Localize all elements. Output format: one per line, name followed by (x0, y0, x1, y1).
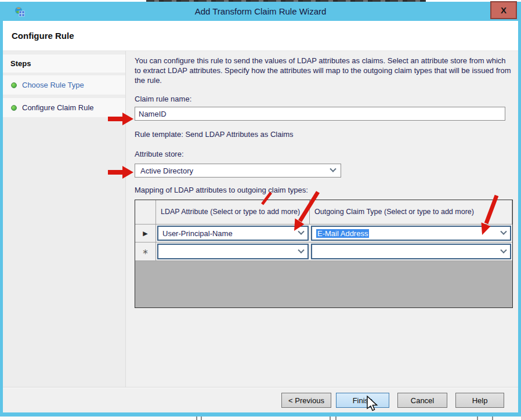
table-cell (156, 242, 310, 261)
ldap-attribute-combo-row2[interactable] (157, 244, 309, 259)
rule-template-text: Rule template: Send LDAP Attributes as C… (135, 130, 518, 139)
row-header-current-row[interactable]: ▶ (135, 225, 156, 242)
step-label: Choose Rule Type (22, 81, 84, 89)
finish-button[interactable]: Finish (336, 393, 389, 408)
step-label: Configure Claim Rule (22, 103, 94, 112)
claim-rule-name-label: Claim rule name: (135, 95, 518, 104)
table-cell: E-Mail Address (310, 225, 512, 242)
adfs-app-icon (15, 6, 25, 17)
help-button[interactable]: Help (455, 393, 504, 408)
steps-sidebar: Steps Choose Rule Type Configure Claim R… (3, 51, 126, 387)
attribute-store-label: Attribute store: (135, 150, 518, 159)
ldap-attribute-combo-row1[interactable]: User-Principal-Name (157, 226, 309, 241)
titlebar[interactable]: Add Transform Claim Rule Wizard X (3, 2, 518, 21)
column-header-outgoing-claim-type: Outgoing Claim Type (Select or type to a… (310, 200, 512, 225)
claim-rule-name-input[interactable] (135, 107, 505, 121)
page-heading-strip: Configure Rule (3, 21, 518, 51)
page-title: Configure Rule (12, 31, 74, 41)
chevron-down-icon[interactable] (500, 229, 506, 235)
outgoing-claim-type-combo-row1[interactable]: E-Mail Address (311, 226, 511, 241)
steps-heading: Steps (3, 55, 125, 73)
table-cell (310, 242, 512, 261)
chevron-down-icon[interactable] (298, 229, 304, 235)
table-corner-cell (135, 200, 156, 225)
combo-value: User-Principal-Name (162, 229, 233, 238)
combo-value-selected: E-Mail Address (316, 229, 369, 238)
step-complete-icon (11, 82, 17, 88)
footer-button-bar: < Previous Finish Cancel Help (3, 387, 518, 412)
step-complete-icon (11, 105, 17, 111)
main-content: You can configure this rule to send the … (126, 51, 518, 387)
previous-button[interactable]: < Previous (281, 393, 331, 408)
row-header-new-row[interactable]: * (135, 242, 156, 261)
mapping-table: LDAP Attribute (Select or type to add mo… (135, 200, 513, 308)
close-button[interactable]: X (490, 1, 517, 19)
attribute-store-value: Active Directory (140, 166, 193, 175)
table-cell: User-Principal-Name (156, 225, 310, 242)
wizard-dialog: Add Transform Claim Rule Wizard X Config… (0, 2, 521, 417)
attribute-store-select[interactable]: Active Directory (135, 164, 341, 178)
mapping-label: Mapping of LDAP attributes to outgoing c… (135, 186, 518, 195)
window-title: Add Transform Claim Rule Wizard (3, 6, 518, 16)
rule-description: You can configure this rule to send the … (135, 56, 512, 85)
step-item-configure-claim-rule: Configure Claim Rule (3, 98, 125, 117)
step-item-choose-rule-type: Choose Rule Type (3, 75, 125, 95)
column-header-ldap-attribute: LDAP Attribute (Select or type to add mo… (156, 200, 310, 225)
outgoing-claim-type-combo-row2[interactable] (311, 244, 511, 259)
chevron-down-icon[interactable] (500, 247, 506, 253)
chevron-down-icon (330, 166, 336, 172)
background-window-bottom-edge (0, 417, 521, 420)
table-empty-area (135, 261, 512, 307)
chevron-down-icon[interactable] (298, 247, 304, 253)
cancel-button[interactable]: Cancel (397, 393, 447, 408)
